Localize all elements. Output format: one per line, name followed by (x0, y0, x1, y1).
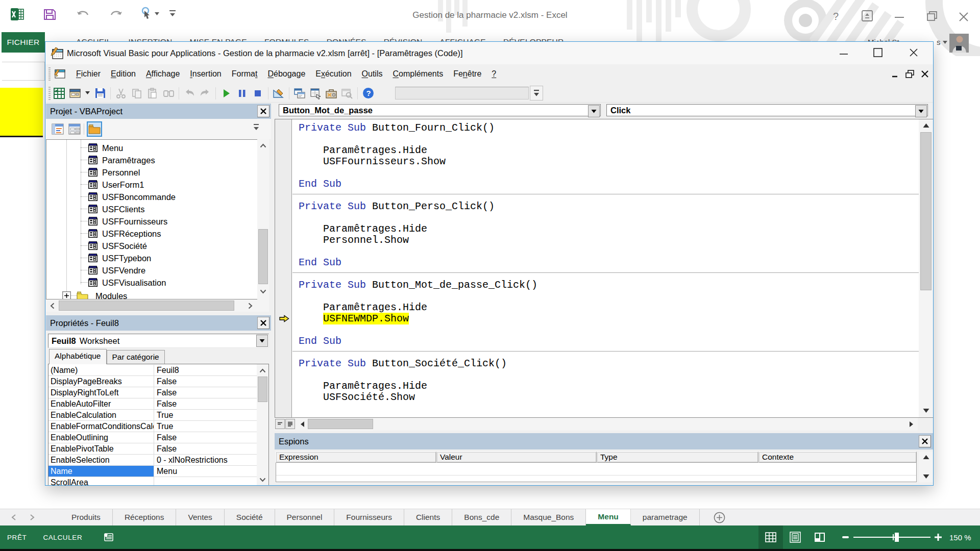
redo-icon[interactable] (199, 87, 212, 100)
scroll-up-icon[interactable] (920, 120, 932, 131)
toolbar-grip[interactable] (48, 87, 51, 100)
sheet-tab[interactable]: parametrage (631, 509, 700, 525)
sheet-tab[interactable]: Produits (60, 509, 113, 525)
scroll-left-icon[interactable] (297, 418, 307, 430)
menubar-grip[interactable] (48, 67, 51, 81)
project-tree-vscrollbar[interactable] (257, 139, 269, 299)
zoom-slider-track[interactable] (853, 537, 930, 538)
menu-item[interactable]: Outils (357, 64, 388, 84)
property-row[interactable]: EnablePivotTable False (48, 443, 268, 455)
property-row[interactable]: EnableFormatConditionsCalc True (48, 421, 268, 432)
properties-tab[interactable]: Par catégorie (107, 350, 165, 364)
menu-item[interactable]: Débogage (262, 64, 310, 84)
excel-help-icon[interactable]: ? (828, 9, 845, 23)
watches-body[interactable] (276, 463, 917, 482)
find-icon[interactable] (162, 87, 175, 100)
sheet-tab[interactable]: Personnel (275, 509, 335, 525)
sheet-tab[interactable]: Ventes (176, 509, 224, 525)
sheet-tab[interactable]: Masque_Bons (511, 509, 586, 525)
combo-dropdown-icon[interactable] (588, 105, 600, 117)
scroll-up-icon[interactable] (257, 365, 268, 375)
object-combo[interactable]: Feuil8 Worksheet (48, 334, 269, 348)
worksheet-yellow-cells[interactable] (0, 88, 43, 137)
scroll-down-icon[interactable] (920, 472, 932, 481)
project-tree-item[interactable]: USFFournisseurs (46, 215, 257, 228)
vbe-titlebar[interactable]: Microsoft Visual Basic pour Applications… (45, 42, 933, 64)
project-panel-titlebar[interactable]: Projet - VBAProject (46, 104, 271, 119)
watches-column-header[interactable]: Valeur (436, 452, 597, 463)
scroll-thumb[interactable] (59, 300, 234, 311)
menu-item[interactable]: Edition (106, 64, 141, 84)
vbe-minimize-icon[interactable] (838, 49, 853, 63)
scroll-right-icon[interactable] (906, 418, 917, 430)
property-row[interactable]: DisplayPageBreaks False (48, 376, 268, 387)
properties-panel-titlebar[interactable]: Propriétés - Feuil8 (46, 315, 271, 331)
page-break-view-icon[interactable] (807, 525, 832, 549)
property-row[interactable]: DisplayRightToLeft False (48, 387, 268, 398)
project-tree-item[interactable]: Paramêtrages (46, 154, 257, 166)
scroll-right-icon[interactable] (245, 299, 255, 312)
property-row[interactable]: EnableAutoFilter False (48, 398, 268, 410)
reset-icon[interactable] (251, 87, 264, 100)
project-tree-item[interactable]: USFSociété (46, 240, 257, 252)
project-tree-item[interactable]: USFClients (46, 203, 257, 215)
name-box[interactable] (2, 62, 45, 81)
project-explorer-icon[interactable] (293, 87, 306, 100)
sheet-tab[interactable]: Menu (586, 509, 630, 525)
scroll-down-icon[interactable] (257, 474, 268, 485)
menu-item[interactable]: Fichier (71, 64, 106, 84)
scroll-up-icon[interactable] (257, 140, 269, 151)
toolbar-overflow-icon[interactable] (530, 86, 543, 101)
code-margin[interactable] (275, 119, 292, 417)
sheet-tab[interactable]: Clients (404, 509, 452, 525)
watches-column-header[interactable]: Contexte (758, 452, 917, 463)
sheet-scroll-left-icon[interactable] (8, 512, 18, 522)
combo-dropdown-icon[interactable] (915, 105, 927, 117)
properties-vscrollbar[interactable] (257, 364, 268, 485)
expand-plus-icon[interactable] (62, 291, 71, 299)
insert-userform-icon[interactable] (68, 87, 82, 100)
sheet-scroll-right-icon[interactable] (27, 512, 37, 522)
save-icon[interactable] (93, 87, 107, 100)
vbe-maximize-icon[interactable] (872, 47, 888, 61)
scroll-down-icon[interactable] (257, 286, 269, 296)
properties-window-icon[interactable] (309, 87, 322, 100)
menu-item[interactable]: Affichage (141, 64, 185, 84)
watches-column-header[interactable]: Expression (276, 452, 436, 463)
user-dropdown-icon[interactable] (943, 40, 948, 44)
property-row[interactable]: EnableCalculation True (48, 410, 268, 421)
scroll-up-icon[interactable] (920, 453, 932, 462)
design-mode-icon[interactable] (272, 87, 285, 100)
zoom-in-icon[interactable] (934, 533, 942, 541)
menu-item[interactable]: Compléments (387, 64, 448, 84)
break-icon[interactable] (235, 87, 249, 100)
project-tree-item[interactable]: UserForm1 (46, 179, 257, 191)
sheet-tab[interactable]: Société (225, 509, 275, 525)
view-object-icon[interactable] (67, 121, 82, 137)
scroll-left-icon[interactable] (47, 299, 57, 312)
menu-item[interactable]: Insertion (185, 64, 226, 84)
normal-view-icon[interactable] (758, 525, 783, 549)
zoom-slider-thumb[interactable] (895, 533, 899, 542)
project-tree-item[interactable]: USFVisualisation (46, 277, 257, 289)
project-tree-item[interactable]: USFVendre (46, 264, 257, 277)
mdi-close-icon[interactable] (919, 68, 932, 80)
properties-panel-close-icon[interactable] (257, 317, 270, 329)
event-combo[interactable]: Click (606, 104, 928, 116)
macro-record-icon[interactable] (103, 532, 114, 542)
combo-dropdown-icon[interactable] (256, 335, 268, 347)
project-tree-item[interactable]: Personnel (46, 166, 257, 179)
dock-splitter[interactable] (271, 104, 275, 483)
excel-restore-icon[interactable] (925, 9, 942, 23)
property-row[interactable]: ScrollArea (48, 477, 268, 485)
properties-tab[interactable]: Alphabétique (49, 349, 107, 364)
new-sheet-icon[interactable] (714, 512, 725, 523)
project-tree-item[interactable]: USFTypebon (46, 252, 257, 264)
scroll-thumb[interactable] (258, 229, 268, 284)
mdi-minimize-icon[interactable] (890, 68, 902, 80)
menu-item[interactable]: Fenêtre (448, 64, 486, 84)
scroll-thumb[interactable] (258, 377, 267, 402)
paste-icon[interactable] (146, 87, 159, 100)
watches-vscrollbar[interactable] (919, 452, 933, 482)
project-panel-close-icon[interactable] (257, 105, 270, 117)
